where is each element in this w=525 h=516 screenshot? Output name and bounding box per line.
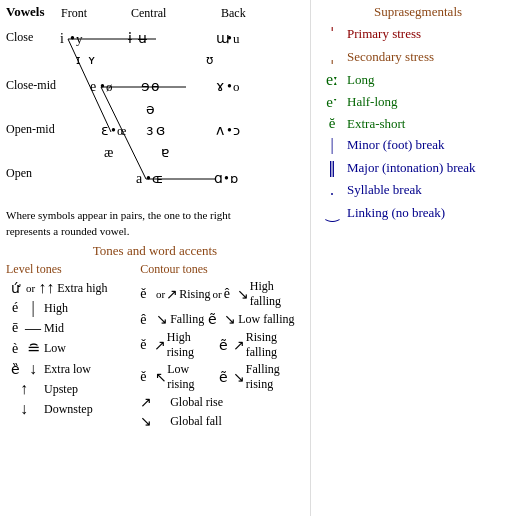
svg-text:i: i bbox=[60, 31, 64, 46]
tone-downstep: ↓ Downstep bbox=[6, 400, 136, 418]
svg-text:•: • bbox=[111, 123, 116, 138]
svg-text:ɐ: ɐ bbox=[161, 145, 169, 160]
svg-text:ʊ: ʊ bbox=[206, 53, 213, 67]
contour-global-rise: ↗ Global rise bbox=[140, 394, 304, 411]
supra-long: eː Long bbox=[317, 70, 519, 89]
contour-high-rising: ě ↗ High rising ẽ ↗ Rising falling bbox=[140, 330, 304, 360]
svg-text:ɶ: ɶ bbox=[152, 171, 163, 186]
tone-high: é | High bbox=[6, 299, 136, 317]
level-tones-title: Level tones bbox=[6, 262, 136, 277]
supra-halflong: eˑ Half-long bbox=[317, 93, 519, 111]
svg-text:y: y bbox=[76, 31, 83, 46]
svg-text:æ: æ bbox=[104, 145, 113, 160]
svg-text:ɜ: ɜ bbox=[146, 123, 153, 138]
svg-text:•: • bbox=[146, 171, 151, 186]
svg-text:ɤ: ɤ bbox=[216, 79, 224, 94]
supra-major-break: ‖ Major (intonation) break bbox=[317, 158, 519, 177]
svg-text:ɛ: ɛ bbox=[101, 123, 109, 138]
vowel-note: Where symbols appear in pairs, the one t… bbox=[6, 208, 301, 239]
contour-falling: ê ↘ Falling ẽ ↘ Low falling bbox=[140, 311, 304, 328]
svg-text:•: • bbox=[100, 79, 105, 94]
vowel-chart-svg: i • y ɨ ʉ ɯ • u ɪ ʏ ʊ e • ø bbox=[46, 19, 311, 209]
svg-text:•: • bbox=[227, 123, 232, 138]
svg-text:ɔ: ɔ bbox=[233, 123, 240, 138]
supra-syllable-break: . Syllable break bbox=[317, 181, 519, 199]
contour-global-fall: ↘ Global fall bbox=[140, 413, 304, 430]
svg-text:•: • bbox=[227, 31, 232, 46]
svg-text:•: • bbox=[227, 79, 232, 94]
svg-text:ɑ: ɑ bbox=[214, 171, 223, 186]
svg-text:ø: ø bbox=[106, 79, 113, 94]
svg-text:ɒ: ɒ bbox=[230, 171, 238, 186]
supra-primary: ˈ Primary stress bbox=[317, 24, 519, 43]
svg-text:ɨ: ɨ bbox=[128, 31, 132, 46]
svg-text:ɵ: ɵ bbox=[151, 79, 160, 94]
tone-extra-low: ȅ ↓ Extra low bbox=[6, 360, 136, 378]
svg-text:ʉ: ʉ bbox=[138, 31, 147, 46]
svg-text:ə: ə bbox=[146, 102, 155, 117]
svg-text:ʌ: ʌ bbox=[216, 123, 224, 138]
svg-text:u: u bbox=[233, 31, 240, 46]
tone-mid: ē — Mid bbox=[6, 319, 136, 337]
supra-extrashort: ĕ Extra-short bbox=[317, 115, 519, 132]
supra-title: Suprasegmentals bbox=[317, 4, 519, 20]
svg-text:ɞ: ɞ bbox=[156, 123, 165, 138]
supra-linking: ‿ Linking (no break) bbox=[317, 203, 519, 222]
tone-extra-high: ứ or ↑↑ Extra high bbox=[6, 279, 136, 297]
svg-text:e: e bbox=[90, 79, 96, 94]
row-label-close: Close bbox=[6, 30, 33, 45]
supra-secondary: ˌ Secondary stress bbox=[317, 47, 519, 66]
svg-text:o: o bbox=[233, 79, 240, 94]
svg-text:a: a bbox=[136, 171, 143, 186]
contour-tones-title: Contour tones bbox=[140, 262, 304, 277]
svg-text:•: • bbox=[224, 171, 229, 186]
svg-text:ʏ: ʏ bbox=[88, 53, 95, 67]
svg-text:ɪ: ɪ bbox=[76, 53, 80, 67]
tones-title: Tones and word accents bbox=[6, 243, 304, 259]
contour-rising: ě or ↗ Rising or ê ↘ High falling bbox=[140, 279, 304, 309]
svg-text:•: • bbox=[70, 31, 75, 46]
supra-minor-break: | Minor (foot) break bbox=[317, 136, 519, 154]
tone-upstep: ↑ Upstep bbox=[6, 380, 136, 398]
tone-low: è ≘ Low bbox=[6, 339, 136, 358]
svg-text:œ: œ bbox=[117, 123, 126, 138]
tones-section: Tones and word accents Level tones ứ or … bbox=[6, 243, 304, 432]
contour-low-rising: ě ↖ Low rising ẽ ↘ Falling rising bbox=[140, 362, 304, 392]
svg-text:ɘ: ɘ bbox=[141, 79, 150, 94]
row-label-open: Open bbox=[6, 166, 32, 181]
